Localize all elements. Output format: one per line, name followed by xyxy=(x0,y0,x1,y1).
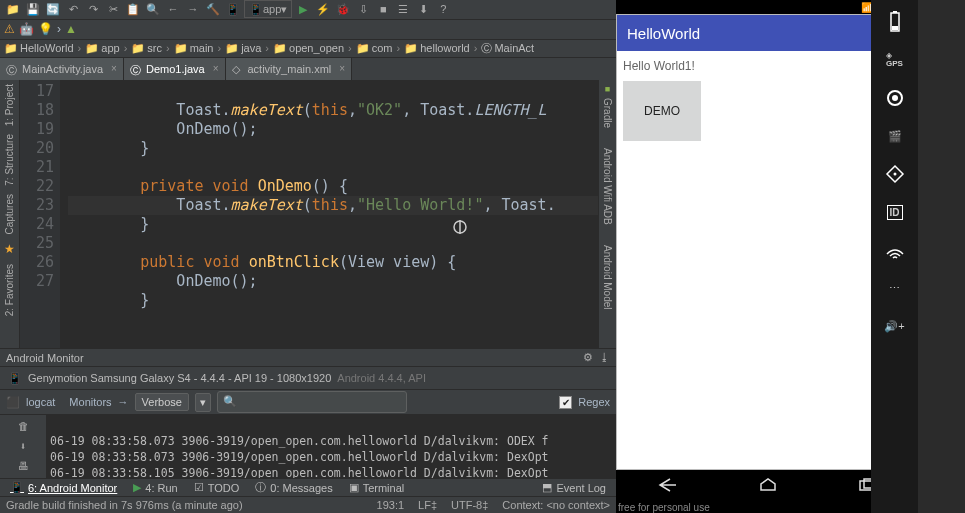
ide-window: 📁 💾 🔄 ↶ ↷ ✂ 📋 🔍 ← → 🔨 📱 📱 app ▾ ▶ ⚡ 🐞 ⇩ … xyxy=(0,0,616,513)
log-lines[interactable]: 06-19 08:33:58.073 3906-3919/open_open.c… xyxy=(46,415,616,478)
tab-run[interactable]: ▶ 4: Run xyxy=(129,481,181,494)
tool-structure[interactable]: 7: Structure xyxy=(4,134,15,186)
device-meta: Android 4.4.4, API xyxy=(337,372,426,384)
apply-changes-icon[interactable]: ⚡ xyxy=(314,0,332,18)
tool-captures[interactable]: Captures xyxy=(4,194,15,235)
stop-icon[interactable]: ■ xyxy=(374,0,392,18)
tab-label: Demo1.java xyxy=(146,63,205,75)
redo-icon[interactable]: ↷ xyxy=(84,0,102,18)
save-icon[interactable]: 💾 xyxy=(24,0,42,18)
print-icon[interactable]: 🖶 xyxy=(15,459,31,475)
code-text: Toast. xyxy=(68,196,231,214)
log-level-dropdown[interactable]: ▾ xyxy=(195,393,211,412)
robot-icon[interactable]: 🤖 xyxy=(19,22,34,36)
regex-checkbox[interactable]: ✔ xyxy=(559,396,572,409)
run-config-select[interactable]: 📱 app ▾ xyxy=(244,0,292,18)
home-button[interactable] xyxy=(759,478,777,492)
back-icon[interactable]: ← xyxy=(164,0,182,18)
gps-side-icon[interactable]: ◈GPS xyxy=(881,46,909,74)
scroll-end-icon[interactable]: ⬇ xyxy=(15,439,31,455)
android-icon[interactable]: ▲ xyxy=(65,22,77,36)
close-icon[interactable]: × xyxy=(339,63,345,74)
tab-mainactivity[interactable]: ⒸMainActivity.java× xyxy=(0,58,124,80)
code-editor[interactable]: 1718192021222324252627 Toast.makeText(th… xyxy=(20,80,598,348)
open-icon[interactable]: 📁 xyxy=(4,0,22,18)
camera-side-icon[interactable] xyxy=(881,84,909,112)
monitor-header[interactable]: Android Monitor ⚙ ⭳ xyxy=(0,348,616,366)
download-icon[interactable]: ⭳ xyxy=(599,351,610,364)
clear-icon[interactable]: 🗑 xyxy=(15,419,31,435)
tab-messages[interactable]: ⓘ 0: Messages xyxy=(251,480,336,495)
log-level-select[interactable]: Verbose xyxy=(135,393,189,411)
tool-wifiadb[interactable]: Android Wifi ADB xyxy=(602,148,613,225)
crumb-label: main xyxy=(190,42,214,54)
line-separator[interactable]: LF‡ xyxy=(418,499,437,511)
hello-text: Hello World1! xyxy=(623,59,909,73)
find-icon[interactable]: 🔍 xyxy=(144,0,162,18)
crumb-pkg2[interactable]: 📁 com› xyxy=(356,42,402,55)
tab-android-monitor[interactable]: 📱 6: Android Monitor xyxy=(6,481,121,494)
help-icon[interactable]: ? xyxy=(434,0,452,18)
network-side-icon[interactable] xyxy=(881,236,909,264)
back-button[interactable] xyxy=(656,478,678,492)
tab-todo[interactable]: ☑ TODO xyxy=(190,481,244,494)
monitors-tab[interactable]: Monitors xyxy=(69,396,111,408)
crumb-src[interactable]: 📁 src› xyxy=(131,42,171,55)
run-icon[interactable]: ▶ xyxy=(294,0,312,18)
tab-label: MainActivity.java xyxy=(22,63,103,75)
cut-icon[interactable]: ✂ xyxy=(104,0,122,18)
sdk-icon[interactable]: ⬇ xyxy=(414,0,432,18)
id-side-icon[interactable]: ID xyxy=(881,198,909,226)
tab-layout[interactable]: ◇activity_main.xml× xyxy=(226,58,353,80)
tool-gradle[interactable]: Gradle xyxy=(602,98,613,128)
build-icon[interactable]: 🔨 xyxy=(204,0,222,18)
battery-side-icon[interactable] xyxy=(881,8,909,36)
file-encoding[interactable]: UTF-8‡ xyxy=(451,499,488,511)
fwd-icon[interactable]: → xyxy=(184,0,202,18)
project-structure-icon[interactable]: ☰ xyxy=(394,0,412,18)
logcat-icons: 🗑 ⬇ 🖶 ↻ xyxy=(0,415,46,478)
demo-button[interactable]: DEMO xyxy=(623,81,701,141)
copy-icon[interactable]: 📋 xyxy=(124,0,142,18)
tab-terminal[interactable]: ▣ Terminal xyxy=(345,481,409,494)
tab-eventlog[interactable]: ⬒ Event Log xyxy=(538,481,610,494)
crumb-file[interactable]: Ⓒ MainAct xyxy=(481,41,534,56)
tab-label: Terminal xyxy=(363,482,405,494)
gear-icon[interactable]: ⚙ xyxy=(583,351,593,364)
crumb-main[interactable]: 📁 main› xyxy=(174,42,224,55)
crumb-pkg3[interactable]: 📁 helloworld› xyxy=(404,42,479,55)
close-icon[interactable]: × xyxy=(111,63,117,74)
tab-demo1[interactable]: ⒸDemo1.java× xyxy=(124,58,226,80)
volume-side-icon[interactable]: 🔊+ xyxy=(881,312,909,340)
caret-position[interactable]: 193:1 xyxy=(377,499,405,511)
crumb-project[interactable]: 📁 HelloWorld› xyxy=(4,42,83,55)
tab-label: 6: Android Monitor xyxy=(28,482,117,494)
context-label[interactable]: Context: <no context> xyxy=(502,499,610,511)
undo-icon[interactable]: ↶ xyxy=(64,0,82,18)
arrow-icon: → xyxy=(118,396,129,408)
left-tool-gutter: 1: Project 7: Structure Captures ★ 2: Fa… xyxy=(0,80,20,348)
code-text: OnDemo(); xyxy=(68,120,258,138)
avd-icon[interactable]: 📱 xyxy=(224,0,242,18)
capture-side-icon[interactable]: 🎬 xyxy=(881,122,909,150)
tool-androidmodel[interactable]: Android Model xyxy=(602,245,613,309)
crumb-app[interactable]: 📁 app› xyxy=(85,42,129,55)
rotate-side-icon[interactable] xyxy=(881,160,909,188)
crumb-pkg1[interactable]: 📁 open_open› xyxy=(273,42,354,55)
close-icon[interactable]: × xyxy=(213,63,219,74)
log-search-input[interactable]: 🔍 xyxy=(217,391,407,413)
chevron-icon[interactable]: › xyxy=(57,22,61,36)
crumb-java[interactable]: 📁 java› xyxy=(225,42,271,55)
code-content[interactable]: Toast.makeText(this,"OK2", Toast.LENGTH_… xyxy=(60,80,598,348)
app-title: HelloWorld xyxy=(627,25,700,42)
sync-icon[interactable]: 🔄 xyxy=(44,0,62,18)
debug-icon[interactable]: 🐞 xyxy=(334,0,352,18)
tool-project[interactable]: 1: Project xyxy=(4,84,15,126)
bulb-icon[interactable]: 💡 xyxy=(38,22,53,36)
attach-icon[interactable]: ⇩ xyxy=(354,0,372,18)
tool-favorites[interactable]: 2: Favorites xyxy=(4,264,15,316)
more-side-icon[interactable]: ⋯ xyxy=(881,274,909,302)
warning-icon[interactable]: ⚠ xyxy=(4,22,15,36)
logcat-tab[interactable]: logcat xyxy=(26,396,55,408)
device-label[interactable]: Genymotion Samsung Galaxy S4 - 4.4.4 - A… xyxy=(28,372,331,384)
